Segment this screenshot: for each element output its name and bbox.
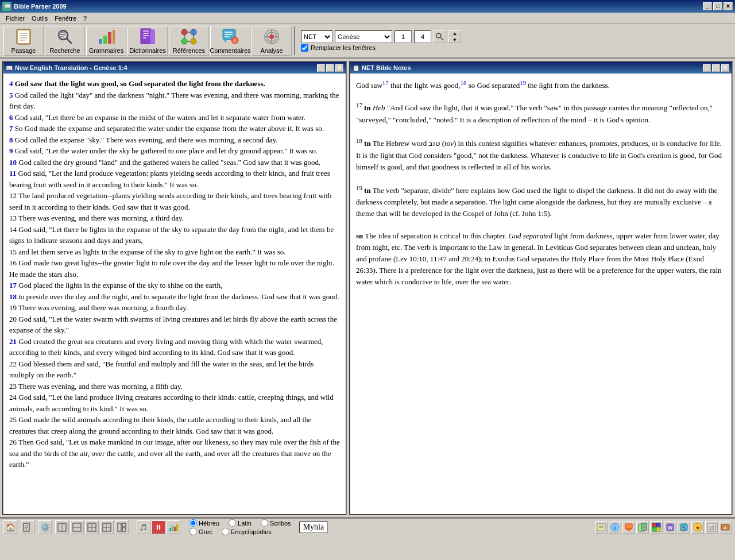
layout-btn-5[interactable] [115,520,129,534]
menu-help[interactable]: ? [80,14,90,23]
status-icon-4[interactable] [636,521,649,534]
passage-button[interactable]: Passage [3,26,44,56]
chapter-input[interactable] [394,30,412,43]
menu-outils[interactable]: Outils [28,14,51,23]
radio-grec[interactable] [189,528,197,535]
version-select[interactable]: NET KJV ESV [301,30,332,43]
radio-encyclopedies[interactable] [222,528,229,535]
layout-btn-4[interactable] [100,520,114,534]
status-icon-6[interactable]: W [664,521,676,534]
note-17-lang: Heb [373,104,385,113]
bible-maximize-btn[interactable]: □ [326,64,334,72]
verse-10-text: God called the dry ground "land" and the… [18,158,320,167]
verse-15-text: 15 and let them serve as lights in the e… [9,248,286,256]
notes-minimize-btn[interactable]: _ [703,64,711,72]
notes-window: 📋 NET Bible Notes _ □ ✕ God saw17 that t… [349,61,733,515]
book-select[interactable]: Genèse Exode [335,30,392,43]
status-tools-btn[interactable]: ⚙️ [38,520,52,534]
menu-fichier[interactable]: Fichier [2,14,28,23]
status-icon-1[interactable] [595,521,608,534]
svg-text:A: A [724,526,727,531]
maximize-button[interactable]: □ [713,2,722,10]
replace-windows-checkbox[interactable] [301,44,308,52]
verse-num-10[interactable]: 10 [9,158,18,167]
svg-rect-83 [656,527,660,531]
app-title: Bible Parser 2009 [14,3,67,10]
verse-num-11[interactable]: 11 [9,169,18,177]
verse-num-9[interactable]: 9 [9,146,15,155]
status-home-btn[interactable]: 🏠 [3,520,17,534]
menu-bar: Fichier Outils Fenêtre ? [0,13,735,24]
verse-up-button[interactable]: ▲ [448,30,461,36]
media-btn-2[interactable] [152,520,165,534]
verse-num-17[interactable]: 17 [9,281,18,289]
verse-10: 10 God called the dry ground "land" and … [9,157,340,168]
verse-input[interactable] [414,30,431,43]
references-button[interactable]: Références [169,26,209,56]
recherche-icon [56,28,74,46]
search-go-button[interactable] [434,30,446,43]
verse-num-21[interactable]: 21 [9,337,18,346]
verse-13-text: 13 There was evening, and there was morn… [9,214,184,222]
radio-hebrew-text: Hébreu [199,520,219,527]
chart-btn[interactable] [167,520,180,534]
bible-minimize-btn[interactable]: _ [317,64,325,72]
note-19-text: 19 tn The verb "separate, divide" here e… [356,183,726,220]
status-icon-3[interactable] [622,521,635,534]
verse-num-5[interactable]: 5 [9,91,15,99]
radio-hebrew[interactable] [189,519,197,527]
bible-window-controls: _ □ ✕ [317,64,343,72]
verse-num-6[interactable]: 6 [9,113,15,122]
minimize-button[interactable]: _ [703,2,712,10]
menu-fenetre[interactable]: Fenêtre [51,14,80,23]
radio-latin[interactable] [229,519,236,527]
svg-rect-8 [58,32,66,33]
svg-rect-20 [150,30,154,44]
layout-btn-3[interactable] [85,520,99,534]
radio-scribos[interactable] [261,519,268,527]
status-icon-10[interactable]: A [719,521,732,534]
note-sup-17[interactable]: 17 [382,79,389,86]
grammaires-button[interactable]: Grammaires [86,26,126,56]
verse-12: 12 The land produced vegetation--plants … [9,190,340,213]
layout-btn-1[interactable] [55,520,69,534]
bible-text-window: 📖 New English Translation - Genèse 1:4 _… [2,61,347,515]
svg-rect-81 [656,523,660,527]
notes-text-content: God saw17 that the light was good,18 so … [350,74,732,514]
media-btn-1[interactable]: 🎵 [137,520,150,534]
bible-text-content: 4 God saw that the light was good, so Go… [3,74,346,514]
notes-maximize-btn[interactable]: □ [712,64,720,72]
svg-rect-1 [18,30,29,43]
recherche-button[interactable]: Recherche [45,26,85,56]
bible-close-btn[interactable]: ✕ [335,64,343,72]
svg-point-24 [191,38,196,44]
status-icon-5[interactable] [650,521,663,534]
right-status-icons: i [595,521,732,534]
verse-26-text: 26 Then God said, "Let us make mankind i… [9,438,340,469]
notes-close-btn[interactable]: ✕ [721,64,729,72]
layout-btn-2[interactable] [70,520,84,534]
commentaires-button[interactable]: ! Commentaires [210,26,250,56]
recherche-label: Recherche [49,47,80,54]
svg-rect-32 [225,34,233,35]
analyse-button[interactable]: Analyse [252,26,292,56]
status-icon-9[interactable]: 10 [705,521,718,534]
status-edit-btn[interactable] [21,520,34,534]
verse-down-button[interactable]: ▼ [448,37,461,43]
svg-rect-17 [143,33,149,34]
note-sup-18[interactable]: 18 [461,79,467,86]
verse-num-8[interactable]: 8 [9,136,15,144]
svg-rect-66 [172,526,173,531]
radio-row-1: Hébreu Latin Scribos [189,519,291,527]
status-icon-8[interactable]: ★ [691,521,704,534]
status-icon-2[interactable]: i [609,521,621,534]
status-icon-7[interactable]: 🔊 [678,521,690,534]
verse-num-4[interactable]: 4 [9,79,13,88]
verse-num-18[interactable]: 18 [9,292,18,301]
verse-num-7[interactable]: 7 [9,124,15,133]
close-button[interactable]: ✕ [724,2,733,10]
radio-scribos-text: Scribos [270,520,291,527]
dictionnaires-button[interactable]: Dictionnaires [127,26,168,56]
note-sup-19[interactable]: 19 [520,79,526,86]
note-17-type: tn [364,104,371,113]
